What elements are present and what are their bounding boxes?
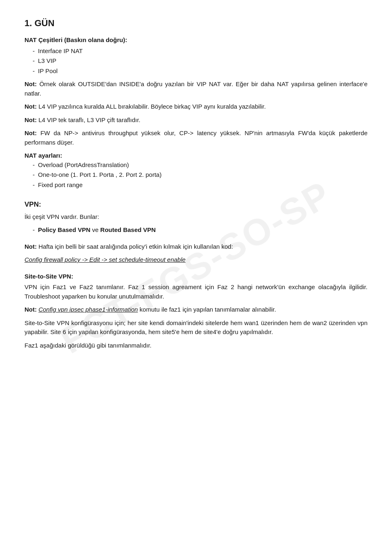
site-to-site-title: Site-to-Site VPN: [24, 272, 368, 281]
page-heading: 1. GÜN [24, 16, 368, 30]
note4-text: FW da NP-> antivirus throughput yüksek o… [24, 129, 368, 146]
vpn-type: Policy Based VPN ve Routed Based VPN [38, 225, 156, 235]
vpn-type-middle: ve [90, 226, 100, 233]
vpn-code-block: Config firewall policy -> Edit -> set sc… [24, 255, 368, 265]
site-to-site-section: Site-to-Site VPN: VPN için Faz1 ve Faz2 … [24, 272, 368, 350]
vpn-title: VPN: [24, 199, 368, 210]
nat-settings-section: NAT ayarları: - Overload (PortAdressTran… [24, 151, 368, 189]
site-to-site-p1: VPN için Faz1 ve Faz2 tanımlanır. Faz 1 … [24, 283, 368, 301]
dash-icon: - [33, 56, 35, 66]
nat-type-1: Interface IP NAT [38, 47, 83, 56]
vpn-note: Not: Hafta için belli bir saat aralığınd… [24, 242, 368, 252]
dash-icon: - [33, 181, 35, 190]
note2-bold: Not: [24, 103, 37, 110]
note4-bold: Not: [24, 129, 37, 136]
vpn-type-bold1: Policy Based VPN [38, 226, 90, 233]
list-item: - Interface IP NAT [24, 47, 368, 56]
vpn-note-text: Hafta için belli bir saat aralığında pol… [37, 243, 233, 250]
list-item: - L3 VIP [24, 56, 368, 66]
nat-setting-2: One-to-one (1. Port 1. Porta , 2. Port 2… [38, 170, 162, 180]
site-to-site-note-bold: Not: [24, 306, 37, 313]
note2-text: L4 VIP yazılınca kuralda ALL bırakılabil… [37, 103, 266, 110]
list-item: - Fixed port range [24, 181, 368, 190]
vpn-list-item: - Policy Based VPN ve Routed Based VPN [24, 225, 368, 235]
note1-bold: Not: [24, 80, 37, 87]
vpn-type-bold2: Routed Based VPN [100, 226, 156, 233]
faz-note: Faz1 aşağıdaki görüldüğü gibi tanımlanma… [24, 341, 368, 350]
nat-settings-list: - Overload (PortAdressTranslation) - One… [24, 160, 368, 190]
list-item: - IP Pool [24, 67, 368, 76]
nat-type-3: IP Pool [38, 67, 58, 76]
note3-text: L4 VIP tek taraflı, L3 VIP çift taraflıd… [37, 116, 140, 123]
site-to-site-note-italic: Config vpn ipsec phase1-information [38, 306, 138, 313]
note2: Not: L4 VIP yazılınca kuralda ALL bırakı… [24, 102, 368, 111]
note4: Not: FW da NP-> antivirus throughput yük… [24, 129, 368, 147]
dash-icon: - [33, 47, 35, 56]
dash-icon: - [33, 225, 35, 235]
note1: Not: Örnek olarak OUTSIDE'dan INSIDE'a d… [24, 80, 368, 98]
dash-icon: - [33, 160, 35, 170]
nat-setting-1: Overload (PortAdressTranslation) [38, 160, 129, 170]
nat-types-heading: NAT Çeşitleri (Baskın olana doğru): [24, 36, 368, 45]
vpn-section: VPN: İki çeşit VPN vardır. Bunlar: - Pol… [24, 199, 368, 235]
list-item: - One-to-one (1. Port 1. Porta , 2. Port… [24, 170, 368, 180]
site-to-site-note-text: komutu ile faz1 için yapılan tanımlamala… [138, 306, 276, 313]
list-item: - Overload (PortAdressTranslation) [24, 160, 368, 170]
note3-bold: Not: [24, 116, 37, 123]
dash-icon: - [33, 67, 35, 76]
nat-types-subtitle: (Baskın olana doğru): [62, 36, 127, 43]
nat-setting-3: Fixed port range [38, 181, 82, 190]
nat-types-list: - Interface IP NAT - L3 VIP - IP Pool [24, 47, 368, 76]
vpn-intro: İki çeşit VPN vardır. Bunlar: [24, 212, 368, 222]
nat-types-label: NAT Çeşitleri [24, 36, 62, 43]
note3: Not: L4 VIP tek taraflı, L3 VIP çift tar… [24, 116, 368, 125]
page-content: 1. GÜN NAT Çeşitleri (Baskın olana doğru… [24, 16, 368, 350]
vpn-code: Config firewall policy -> Edit -> set sc… [24, 256, 185, 263]
dash-icon: - [33, 170, 35, 180]
nat-type-2: L3 VIP [38, 56, 56, 66]
vpn-intro-text: İki çeşit VPN vardır. Bunlar: [24, 213, 99, 220]
site-to-site-p2: Site-to-Site VPN konfigürasyonu için; he… [24, 319, 368, 337]
note1-text: Örnek olarak OUTSIDE'dan INSIDE'a doğru … [24, 80, 368, 97]
vpn-note-bold: Not: [24, 243, 37, 250]
site-to-site-note: Not: Config vpn ipsec phase1-information… [24, 305, 368, 314]
nat-settings-label: NAT ayarları: [24, 151, 368, 160]
